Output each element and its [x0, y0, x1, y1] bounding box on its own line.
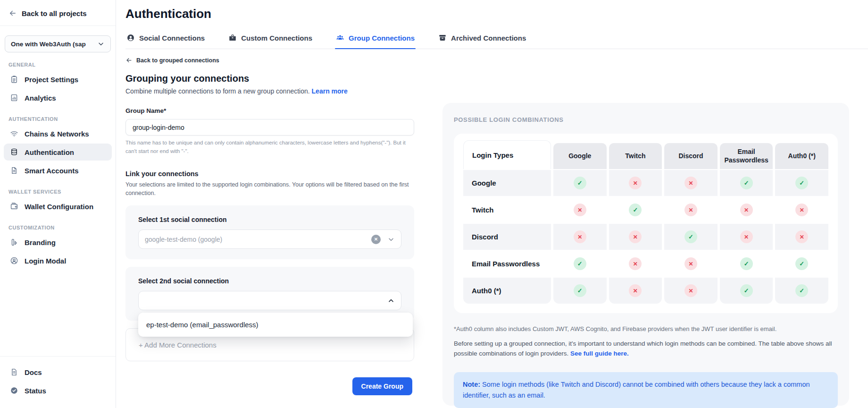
sidebar-footer-item-docs[interactable]: Docs — [4, 364, 112, 381]
cross-icon: ✕ — [629, 230, 642, 243]
tab-custom-connections[interactable]: Custom Connections — [227, 33, 313, 49]
table-header-auth0: Auth0 (*) — [775, 143, 828, 169]
table-cell-yes: ✓ — [775, 170, 828, 196]
sidebar-item-branding[interactable]: Branding — [4, 234, 112, 251]
sidebar-nav: GENERALProject SettingsAnalyticsAUTHENTI… — [0, 53, 116, 271]
table-row-label-google: Google — [463, 170, 551, 196]
back-to-grouped-connections-link[interactable]: Back to grouped connections — [125, 57, 414, 64]
sidebar-item-wallet-configuration[interactable]: Wallet Configuration — [4, 198, 112, 215]
table-cell-yes: ✓ — [720, 251, 773, 277]
table-cell-no: ✕ — [775, 224, 828, 250]
link-connections-title: Link your connections — [125, 170, 414, 178]
cross-icon: ✕ — [795, 230, 808, 243]
sidebar-item-login-modal[interactable]: Login Modal — [4, 252, 112, 269]
arrow-left-icon — [125, 57, 133, 64]
chevron-down-icon — [97, 40, 105, 48]
table-cell-no: ✕ — [664, 278, 718, 304]
check-icon: ✓ — [574, 177, 586, 189]
first-connection-select[interactable]: google-test-demo (google) ✕ — [138, 230, 401, 249]
create-group-button[interactable]: Create Group — [352, 377, 412, 395]
check-icon: ✓ — [574, 284, 586, 297]
check-icon: ✓ — [629, 204, 642, 216]
table-cell-no: ✕ — [664, 251, 718, 277]
user-circle-icon — [10, 256, 18, 265]
sidebar-item-analytics[interactable]: Analytics — [4, 89, 112, 106]
group-name-helper: This name has to be unique and can only … — [125, 139, 414, 156]
table-corner-cell: Login Types — [463, 140, 551, 169]
cross-icon: ✕ — [684, 177, 697, 189]
back-to-grouped-connections-label: Back to grouped connections — [136, 57, 219, 64]
docs-icon — [10, 368, 18, 376]
table-cell-no: ✕ — [609, 170, 662, 196]
guide-paragraph: Before setting up a grouped connection, … — [454, 339, 838, 359]
tabbar: Social ConnectionsCustom ConnectionsGrou… — [125, 33, 868, 49]
cross-icon: ✕ — [629, 177, 642, 189]
table-cell-no: ✕ — [609, 278, 662, 304]
group-icon — [336, 34, 344, 42]
tab-label: Group Connections — [349, 34, 415, 42]
sidebar-item-label: Wallet Configuration — [25, 203, 93, 211]
sidebar-item-label: Project Settings — [25, 76, 78, 84]
table-header-email-passwordless: Email Passwordless — [720, 143, 773, 169]
file-icon — [10, 166, 18, 175]
table-header-discord: Discord — [664, 143, 718, 169]
learn-more-link[interactable]: Learn more — [312, 87, 348, 95]
table-header-google: Google — [553, 143, 607, 169]
arrow-left-icon — [8, 9, 17, 17]
link-connections-description: Your selections are limited to the suppo… — [125, 180, 414, 198]
sidebar-footer-item-status[interactable]: Status — [4, 382, 112, 399]
clear-selection-button[interactable]: ✕ — [371, 235, 381, 244]
sidebar-item-label: Login Modal — [25, 257, 66, 265]
tab-label: Custom Connections — [241, 34, 312, 42]
connection-dropdown: ep-test-demo (email_passwordless) — [138, 313, 413, 337]
add-more-connections-button[interactable]: + Add More Connections — [139, 341, 217, 349]
group-connection-form: Back to grouped connections Grouping you… — [125, 49, 414, 408]
cross-icon: ✕ — [574, 230, 586, 243]
tab-archived-connections[interactable]: Archived Connections — [437, 33, 527, 49]
check-icon: ✓ — [795, 284, 808, 297]
tab-label: Archived Connections — [451, 34, 526, 42]
cross-icon: ✕ — [629, 284, 642, 297]
table-row-label-twitch: Twitch — [463, 197, 551, 223]
table-cell-yes: ✓ — [720, 170, 773, 196]
sidebar-item-chains-networks[interactable]: Chains & Networks — [4, 125, 112, 142]
dropdown-option-ep-test-demo[interactable]: ep-test-demo (email_passwordless) — [138, 315, 413, 334]
cross-icon: ✕ — [795, 204, 808, 216]
form-subheading: Combine multiple connections to form a n… — [125, 87, 414, 95]
combinations-panel: POSSIBLE LOGIN COMBINATIONS Login TypesG… — [442, 103, 849, 406]
content-row: Back to grouped connections Grouping you… — [125, 49, 868, 408]
sidebar-item-label: Authentication — [25, 148, 74, 156]
table-cell-yes: ✓ — [664, 224, 718, 250]
note-box: Note: Some login methods (like Twitch an… — [454, 372, 838, 408]
second-connection-select[interactable] — [138, 291, 401, 310]
cross-icon: ✕ — [629, 257, 642, 270]
wallet-icon — [10, 202, 18, 211]
check-icon: ✓ — [740, 284, 753, 297]
note-label: Note: — [463, 381, 480, 388]
table-cell-no: ✕ — [720, 197, 773, 223]
table-cell-no: ✕ — [553, 224, 607, 250]
project-selector[interactable]: One with Web3Auth (sap — [5, 35, 111, 52]
cross-icon: ✕ — [574, 204, 586, 216]
branding-icon — [10, 238, 18, 246]
sidebar-item-authentication[interactable]: Authentication — [4, 144, 112, 161]
submit-row: Create Group — [125, 377, 414, 395]
check-icon: ✓ — [740, 257, 753, 270]
sidebar-item-smart-accounts[interactable]: Smart Accounts — [4, 162, 112, 179]
chevron-up-icon — [387, 297, 395, 305]
tab-group-connections[interactable]: Group Connections — [335, 33, 416, 49]
cross-icon: ✕ — [740, 230, 753, 243]
user-icon — [126, 34, 135, 42]
analytics-icon — [10, 94, 18, 102]
back-to-projects-link[interactable]: Back to all projects — [0, 0, 116, 26]
sidebar-item-project-settings[interactable]: Project Settings — [4, 71, 112, 88]
full-guide-link[interactable]: See full guide here. — [570, 350, 629, 357]
combinations-table-card: Login TypesGoogleTwitchDiscordEmail Pass… — [454, 134, 838, 313]
table-cell-yes: ✓ — [775, 278, 828, 304]
tab-social-connections[interactable]: Social Connections — [125, 33, 206, 49]
sidebar-section-general: GENERAL — [0, 53, 116, 69]
sidebar-section-customization: CUSTOMIZATION — [0, 216, 116, 232]
group-name-input[interactable] — [125, 119, 414, 136]
sidebar-item-label: Branding — [25, 238, 56, 246]
project-selector-value: One with Web3Auth (sap — [11, 41, 94, 48]
